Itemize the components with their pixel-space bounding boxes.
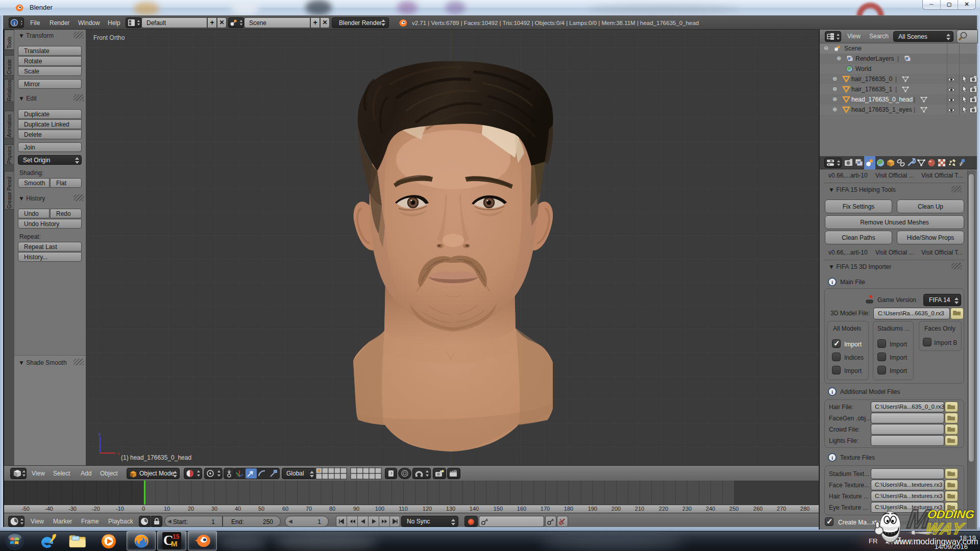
svg-text:i: i [831, 455, 833, 461]
svg-text:x: x [117, 451, 120, 456]
svg-text:z: z [99, 432, 101, 437]
svg-text:i: i [831, 279, 833, 285]
svg-text:i: i [13, 20, 15, 26]
svg-text:i: i [831, 389, 833, 395]
